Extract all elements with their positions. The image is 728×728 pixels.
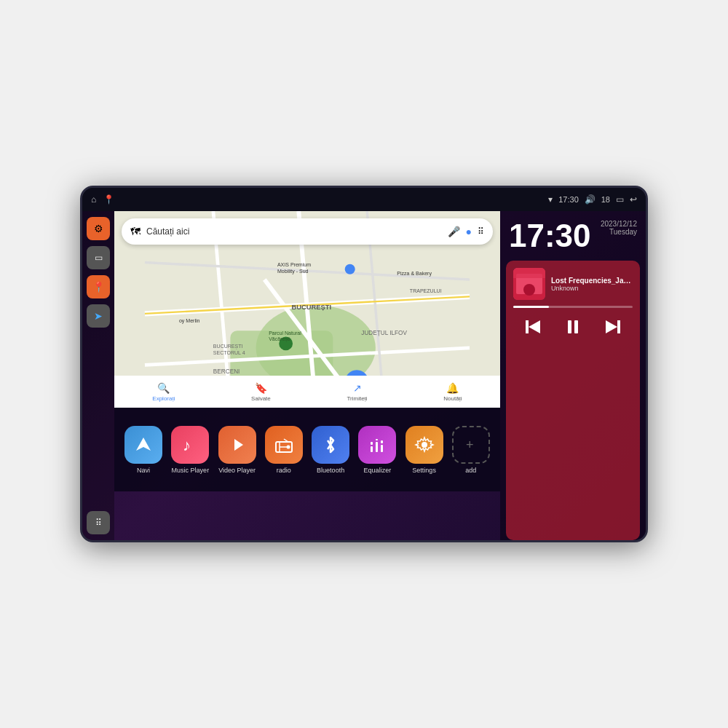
svg-marker-49: [529, 320, 540, 333]
nav-arrow-icon: ➤: [94, 310, 103, 322]
progress-fill: [513, 306, 549, 308]
svg-rect-37: [371, 442, 373, 445]
battery-icon: ▭: [616, 194, 624, 205]
prev-button[interactable]: [520, 314, 546, 340]
svg-text:BUCUREȘTI: BUCUREȘTI: [292, 303, 332, 311]
svg-text:AXIS Premium: AXIS Premium: [277, 262, 311, 267]
svg-text:TRAPEZULUI: TRAPEZULUI: [410, 288, 442, 293]
clock-date-day: Tuesday: [601, 228, 637, 236]
volume-icon: 🔊: [585, 194, 596, 205]
video-player-label: Video Player: [218, 467, 256, 474]
track-artist: Unknown: [551, 285, 633, 292]
grid-icon: ⠿: [95, 518, 102, 528]
back-icon[interactable]: ↩: [630, 194, 637, 205]
video-icon-bg: [218, 426, 256, 464]
app-equalizer[interactable]: Equalizer: [358, 426, 396, 474]
eq-icon-bg: [358, 426, 396, 464]
svg-rect-39: [376, 439, 378, 440]
svg-marker-28: [136, 438, 151, 451]
saved-label: Salvate: [251, 395, 271, 402]
svg-text:oy Merlin: oy Merlin: [179, 318, 200, 324]
svg-text:Parcul Natural: Parcul Natural: [269, 331, 301, 336]
svg-point-42: [422, 442, 427, 448]
app-video-player[interactable]: Video Player: [218, 426, 256, 474]
maps-icon[interactable]: 📍: [103, 194, 114, 205]
svg-marker-30: [234, 439, 243, 451]
svg-rect-48: [526, 320, 529, 333]
svg-rect-41: [381, 440, 383, 443]
clock-date-year: 2023/12/12: [601, 220, 637, 228]
track-meta: Lost Frequencies_Janie... Unknown: [551, 277, 633, 292]
settings-icon: ⚙: [94, 223, 103, 234]
saved-icon: 🔖: [255, 382, 267, 394]
app-add[interactable]: + add: [452, 426, 490, 474]
svg-rect-40: [381, 445, 383, 452]
pause-button[interactable]: [560, 314, 586, 340]
svg-rect-47: [513, 268, 545, 278]
grid-dots-icon[interactable]: ⠿: [478, 226, 484, 237]
next-button[interactable]: [600, 314, 626, 340]
app-bluetooth[interactable]: Bluetooth: [312, 426, 349, 474]
settings-label: Settings: [412, 467, 436, 474]
explore-label: Explorați: [152, 395, 175, 402]
car-head-unit: ⌂ 📍 ▾ 17:30 🔊 18 ▭ ↩ ⚙ ▭ 📍 ➤: [80, 186, 648, 542]
sidebar: ⚙ ▭ 📍 ➤ ⠿: [82, 211, 114, 540]
svg-point-46: [523, 284, 535, 296]
sidebar-maps[interactable]: 📍: [87, 275, 110, 298]
add-label: add: [465, 467, 476, 474]
sidebar-grid[interactable]: ⠿: [87, 511, 110, 534]
app-settings[interactable]: Settings: [405, 426, 443, 474]
navi-icon-bg: [124, 426, 162, 464]
explore-icon: 🔍: [157, 382, 170, 394]
svg-rect-50: [568, 320, 571, 333]
app-navi[interactable]: Navi: [124, 426, 162, 474]
sidebar-nav[interactable]: ➤: [87, 304, 110, 328]
map-saved[interactable]: 🔖 Salvate: [251, 382, 271, 402]
svg-text:Pizza & Bakery: Pizza & Bakery: [397, 271, 432, 277]
sidebar-folder[interactable]: ▭: [87, 246, 110, 269]
home-icon[interactable]: ⌂: [91, 194, 96, 205]
share-icon: ↗: [353, 382, 362, 394]
svg-rect-38: [376, 442, 378, 452]
folder-icon: ▭: [95, 253, 103, 263]
svg-marker-53: [606, 320, 617, 333]
clock-display: 17:30: [509, 220, 591, 252]
map-bottom-bar: 🔍 Explorați 🔖 Salvate ↗ Trimiteți 🔔: [114, 376, 500, 408]
map-search-bar[interactable]: 🗺 Căutați aici 🎤 ● ⠿: [122, 218, 493, 245]
account-icon[interactable]: ●: [466, 226, 472, 237]
map-container[interactable]: BUCUREȘTI JUDEȚUL ILFOV BERCENI BUCUREȘT…: [114, 211, 500, 408]
progress-bar[interactable]: [513, 306, 633, 308]
music-controls: [513, 314, 633, 340]
app-music-player[interactable]: ♪ Music Player: [171, 426, 209, 474]
volume-level: 18: [601, 195, 610, 204]
svg-rect-51: [574, 320, 578, 333]
status-bar: ⌂ 📍 ▾ 17:30 🔊 18 ▭ ↩: [82, 188, 646, 211]
app-radio[interactable]: radio: [265, 426, 303, 474]
radio-icon-bg: [265, 426, 303, 464]
svg-text:BUCUREȘTI: BUCUREȘTI: [213, 344, 243, 349]
svg-text:+: +: [466, 438, 474, 452]
sidebar-settings[interactable]: ⚙: [87, 217, 110, 240]
news-label: Noutăți: [443, 395, 462, 402]
svg-text:Văcărești: Văcărești: [269, 336, 290, 342]
map-explore[interactable]: 🔍 Explorați: [152, 382, 175, 402]
share-label: Trimiteți: [347, 395, 367, 402]
add-icon-bg: +: [452, 426, 490, 464]
equalizer-label: Equalizer: [364, 467, 392, 474]
navi-label: Navi: [137, 467, 150, 474]
map-news[interactable]: 🔔 Noutăți: [443, 382, 462, 402]
main-area: ⚙ ▭ 📍 ➤ ⠿: [82, 211, 646, 540]
svg-text:JUDEȚUL ILFOV: JUDEȚUL ILFOV: [361, 330, 407, 336]
radio-label: radio: [277, 467, 291, 474]
status-left: ⌂ 📍: [91, 194, 114, 205]
svg-text:SECTORUL 4: SECTORUL 4: [213, 350, 245, 355]
mic-icon[interactable]: 🎤: [448, 226, 460, 237]
clock-date: 2023/12/12 Tuesday: [601, 220, 637, 236]
map-pin-icon: 📍: [92, 281, 105, 293]
search-text[interactable]: Căutați aici: [146, 226, 442, 237]
map-share[interactable]: ↗ Trimiteți: [347, 382, 367, 402]
status-time: 17:30: [558, 195, 579, 204]
svg-text:BERCENI: BERCENI: [213, 368, 240, 375]
app-drawer: Navi ♪ Music Player Video Player: [114, 408, 500, 491]
right-panel: 17:30 2023/12/12 Tuesday: [500, 211, 646, 540]
